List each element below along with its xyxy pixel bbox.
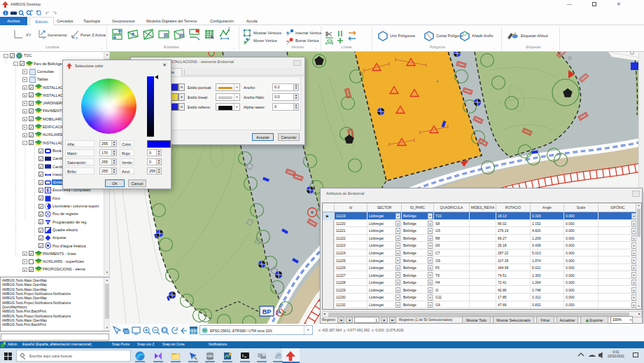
svg-text:E: E: [46, 188, 50, 193]
svg-text:BP: BP: [262, 308, 272, 315]
svg-text:z: z: [228, 27, 230, 30]
